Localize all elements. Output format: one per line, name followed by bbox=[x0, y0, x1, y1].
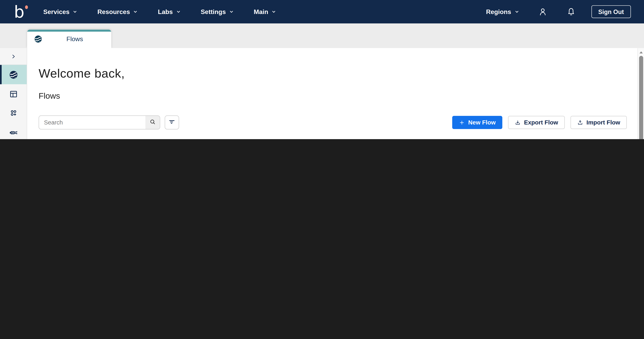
scrollbar-up-arrow[interactable] bbox=[639, 52, 642, 54]
nav-menu-labs[interactable]: Labs bbox=[158, 8, 180, 16]
nav-menu-main[interactable]: Main bbox=[254, 8, 276, 16]
vertical-scrollbar[interactable] bbox=[638, 48, 644, 139]
nav-menu-resources[interactable]: Resources bbox=[98, 8, 138, 16]
welcome-heading: Welcome back, bbox=[38, 67, 627, 81]
new-flow-button-label: New Flow bbox=[468, 119, 496, 126]
nav-menu-settings[interactable]: Settings bbox=[200, 8, 234, 16]
import-flow-button-label: Import Flow bbox=[586, 119, 620, 126]
sidebar-item-connectors[interactable] bbox=[0, 123, 27, 139]
boomi-flow-app: b ServicesResourcesLabsSettingsMain Regi… bbox=[0, 0, 644, 139]
nav-menu-label: Main bbox=[254, 8, 268, 16]
chevron-down-icon bbox=[73, 10, 78, 14]
chevron-down-icon bbox=[514, 10, 519, 14]
scrollbar-thumb[interactable] bbox=[639, 56, 643, 139]
boomi-logo-dot bbox=[25, 5, 28, 9]
upload-icon bbox=[577, 119, 583, 126]
connectors-icon bbox=[9, 128, 18, 137]
export-flow-button-label: Export Flow bbox=[524, 119, 558, 126]
pages-icon bbox=[9, 89, 18, 99]
flow-icon bbox=[9, 70, 18, 79]
sidebar-item-flows[interactable] bbox=[0, 65, 27, 84]
tab-flows[interactable]: Flows bbox=[27, 30, 111, 48]
sidebar: JS Tools bbox=[0, 48, 27, 139]
nav-menu-label: Services bbox=[43, 8, 70, 16]
flows-section-title: Flows bbox=[38, 91, 627, 101]
search-icon bbox=[149, 118, 156, 127]
chevron-down-icon bbox=[229, 10, 234, 14]
filter-icon bbox=[168, 118, 176, 127]
search-input[interactable] bbox=[39, 116, 145, 129]
sidebar-expand-button[interactable] bbox=[0, 48, 27, 65]
nav-menu-label: Resources bbox=[98, 8, 130, 16]
boomi-logo[interactable]: b bbox=[14, 4, 24, 20]
boomi-logo-letter: b bbox=[14, 4, 24, 20]
import-flow-button[interactable]: Import Flow bbox=[570, 116, 627, 129]
chevron-down-icon bbox=[176, 10, 180, 14]
nav-menu-regions-label: Regions bbox=[486, 8, 511, 16]
sidebar-item-components[interactable] bbox=[0, 104, 27, 123]
tab-flows-label: Flows bbox=[42, 35, 107, 43]
chevron-down-icon bbox=[133, 10, 138, 14]
nav-menu-regions[interactable]: Regions bbox=[486, 8, 519, 16]
nav-menu-label: Settings bbox=[200, 8, 226, 16]
search-button[interactable] bbox=[145, 116, 160, 129]
sidebar-item-pages[interactable] bbox=[0, 84, 27, 104]
components-icon bbox=[9, 109, 18, 118]
flow-tab-icon bbox=[34, 35, 42, 43]
chevron-down-icon bbox=[272, 10, 276, 14]
sign-out-button[interactable]: Sign Out bbox=[591, 6, 631, 18]
nav-right: Regions Sign Out bbox=[486, 6, 631, 18]
notifications-bell-icon[interactable] bbox=[566, 7, 576, 16]
top-nav: b ServicesResourcesLabsSettingsMain Regi… bbox=[0, 0, 644, 24]
nav-menu-label: Labs bbox=[158, 8, 173, 16]
nav-menus: ServicesResourcesLabsSettingsMain bbox=[43, 8, 276, 16]
user-profile-icon[interactable] bbox=[538, 7, 547, 16]
download-icon bbox=[514, 119, 521, 126]
plus-icon bbox=[459, 119, 465, 126]
filter-button[interactable] bbox=[165, 116, 179, 130]
sidebar-items: JS bbox=[0, 65, 27, 139]
main-content: Welcome back, Flows New Flow Export Flow bbox=[27, 48, 638, 139]
new-flow-button[interactable]: New Flow bbox=[452, 116, 502, 129]
tab-strip: Flows bbox=[0, 24, 644, 48]
export-flow-button[interactable]: Export Flow bbox=[508, 116, 564, 129]
search-box bbox=[38, 116, 160, 130]
nav-menu-services[interactable]: Services bbox=[43, 8, 78, 16]
flows-toolbar: New Flow Export Flow Import Flow bbox=[38, 116, 627, 130]
